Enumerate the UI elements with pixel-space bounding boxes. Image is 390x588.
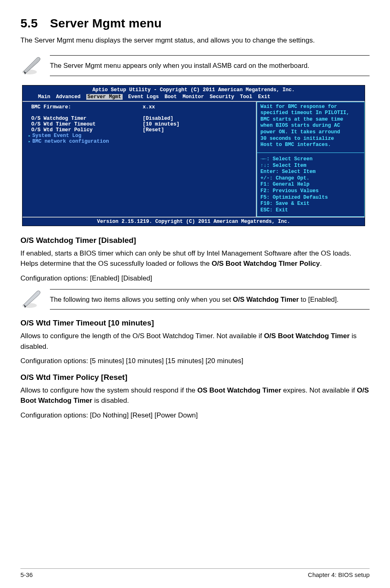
bios-header: Aptio Setup Utility - Copyright (C) 2011… [22, 85, 365, 101]
bios-setting-row[interactable]: O/S Wtd Timer Policy[Reset] [28, 127, 252, 133]
sub2-config: Configuration options: [5 minutes] [10 m… [20, 356, 370, 366]
bios-help-line: Host to BMC interfaces. [260, 142, 361, 148]
bios-help-line: BMC starts at the same time [260, 117, 361, 123]
sub3-heading: O/S Wtd Timer Policy [Reset] [20, 373, 370, 382]
section-title-text: Server Mgmt menu [50, 16, 161, 30]
bios-tab-security[interactable]: Security [210, 94, 234, 100]
bios-tab-main[interactable]: Main [38, 94, 50, 100]
bios-footer: Version 2.15.1219. Copyright (C) 2011 Am… [22, 218, 365, 226]
note-icon [20, 54, 43, 78]
bios-header-line: Aptio Setup Utility - Copyright (C) 2011… [22, 87, 365, 93]
bios-tab-monitor[interactable]: Monitor [183, 94, 204, 100]
sub1-body: If enabled, starts a BIOS timer which ca… [20, 248, 370, 269]
bios-help-panel: Wait for BMC response forspecified timeo… [257, 102, 365, 217]
bios-nav-hint: +/-: Change Opt. [260, 175, 361, 182]
intro-paragraph: The Server Mgmt menu displays the server… [20, 35, 370, 46]
bios-setting-row[interactable]: BMC Firmware:x.xx [28, 104, 252, 110]
section-heading: 5.5Server Mgmt menu [20, 16, 370, 30]
bios-help-line: Wait for BMC response for [260, 104, 361, 110]
note-icon [20, 287, 43, 311]
bios-tab-boot[interactable]: Boot [165, 94, 177, 100]
bios-help-line: when BIOS starts during AC [260, 123, 361, 129]
bios-nav-hint: F10: Save & Exit [260, 201, 361, 207]
note-block-1: The Server Mgmt menu appears only when y… [20, 54, 370, 78]
page-footer: 5-36 Chapter 4: BIOS setup [20, 568, 370, 578]
footer-right: Chapter 4: BIOS setup [308, 571, 370, 578]
sub3-body: Allows to configure how the system shoul… [20, 385, 370, 406]
note-block-2: The following two items allows you setti… [20, 287, 370, 311]
bios-tabs: MainAdvancedServer MgmtEvent LogsBootMon… [22, 93, 365, 101]
bios-screen: Aptio Setup Utility - Copyright (C) 2011… [22, 85, 365, 226]
bios-help-line: specified timeout In PILOTII, [260, 110, 361, 117]
sub2-heading: O/S Wtd Timer Timeout [10 minutes] [20, 319, 370, 328]
bios-tab-exit[interactable]: Exit [258, 94, 270, 100]
footer-left: 5-36 [20, 571, 33, 578]
bios-tab-tool[interactable]: Tool [240, 94, 252, 100]
note-text-1: The Server Mgmt menu appears only when y… [50, 55, 370, 76]
bios-nav-hint: Enter: Select Item [260, 169, 361, 175]
bios-tab-event-logs[interactable]: Event Logs [128, 94, 159, 100]
bios-submenu-link[interactable]: System Event Log [28, 133, 252, 139]
bios-help-line: power ON. It takes arround [260, 129, 361, 136]
bios-nav-hint: ↑↓: Select Item [260, 163, 361, 169]
bios-nav-hint: F1: General Help [260, 182, 361, 188]
bios-nav-hint: F5: Optimized Defaults [260, 195, 361, 201]
bios-setting-row[interactable]: O/S Watchdog Timer[Disabled] [28, 116, 252, 121]
bios-nav-hint: →←: Select Screen [260, 156, 361, 163]
bios-setting-row[interactable]: O/S Wtd Timer Timeout[10 minutes] [28, 121, 252, 127]
bios-tab-advanced[interactable]: Advanced [56, 94, 81, 100]
bios-submenu-link[interactable]: BMC network configuration [28, 139, 252, 144]
bios-tab-server-mgmt[interactable]: Server Mgmt [86, 94, 123, 100]
section-number: 5.5 [20, 16, 38, 30]
bios-setting-row[interactable] [28, 110, 252, 116]
note-text-2: The following two items allows you setti… [50, 289, 370, 310]
sub2-body: Allows to configure the length of the O/… [20, 331, 370, 352]
bios-nav-hint: F2: Previous Values [260, 188, 361, 195]
sub1-heading: O/S Watchdog Timer [Disabled] [20, 236, 370, 245]
sub3-config: Configuration options: [Do Nothing] [Res… [20, 410, 370, 421]
sub1-config: Configuration options: [Enabled] [Disabl… [20, 273, 370, 284]
bios-left-panel: BMC Firmware:x.xx O/S Watchdog Timer[Dis… [22, 102, 257, 217]
bios-nav-hint: ESC: Exit [260, 207, 361, 214]
bios-help-line: 30 seconds to initialize [260, 136, 361, 142]
